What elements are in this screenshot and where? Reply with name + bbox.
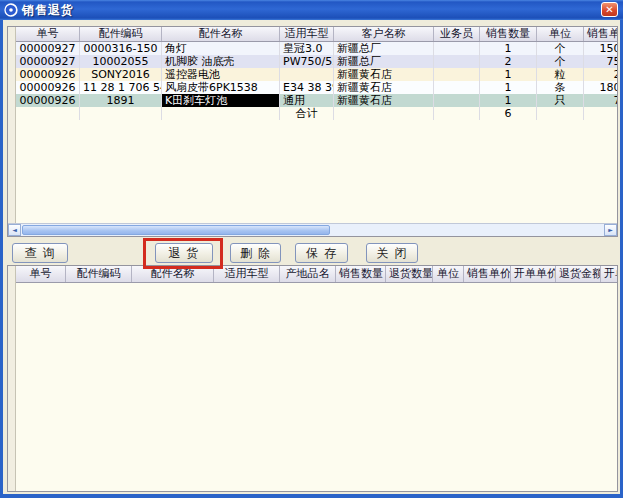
cell-part-name[interactable]: 遥控器电池 <box>162 68 280 81</box>
cell-salesman[interactable] <box>434 42 480 55</box>
return-button[interactable]: 退 货 <box>155 243 213 263</box>
window-title: 销售退货 <box>22 2 74 19</box>
table-row[interactable]: 00000927 0000316-150 角灯 皇冠3.0 新疆总厂 1 个 1… <box>16 42 617 55</box>
cell-part-code[interactable]: 0000316-150 <box>80 42 162 55</box>
scroll-right-icon[interactable]: ► <box>604 224 617 236</box>
table-row[interactable]: 00000926 SONY2016 遥控器电池 新疆黄石店 1 粒 2. <box>16 68 617 81</box>
cell-sales-qty[interactable]: 1 <box>480 68 537 81</box>
cell-part-name[interactable]: 角灯 <box>162 42 280 55</box>
cell-model[interactable]: 通用 <box>280 94 334 107</box>
total-label: 合计 <box>280 107 334 120</box>
col-header-return-qty[interactable]: 退货数量 <box>386 266 433 282</box>
cell-unit[interactable]: 只 <box>537 94 584 107</box>
col-header-sales-qty[interactable]: 销售数量 <box>336 266 386 282</box>
app-icon <box>4 3 18 17</box>
cell-sales-qty[interactable]: 1 <box>480 94 537 107</box>
cell-sales-price[interactable]: 75. <box>584 55 618 68</box>
cell-part-name-selected[interactable]: K田刹车灯泡 <box>162 94 280 107</box>
col-header-sales-price[interactable]: 销售单价 <box>584 27 618 41</box>
cell-sales-price[interactable]: 7. <box>584 94 618 107</box>
cell-customer[interactable]: 新疆黄石店 <box>334 81 434 94</box>
close-button[interactable]: ✕ <box>601 2 618 17</box>
col-header-salesman[interactable]: 业务员 <box>434 27 480 41</box>
col-header-origin-product[interactable]: 产地品名 <box>280 266 336 282</box>
cell-order-no[interactable]: 00000926 <box>16 81 80 94</box>
col-header-part-name[interactable]: 配件名称 <box>162 27 280 41</box>
cell-sales-qty[interactable]: 2 <box>480 55 537 68</box>
cell-sales-price[interactable]: 150. <box>584 42 618 55</box>
scroll-left-icon[interactable]: ◄ <box>8 224 21 236</box>
title-bar[interactable]: 销售退货 ✕ <box>0 0 623 20</box>
return-table-header: 单号 配件编码 配件名称 适用车型 产地品名 销售数量 退货数量 单位 销售单价… <box>16 266 617 283</box>
cell-part-code[interactable]: 10002055 <box>80 55 162 68</box>
cell-part-code[interactable]: 1891 <box>80 94 162 107</box>
cell-sales-price[interactable]: 2. <box>584 68 618 81</box>
cell-sales-qty[interactable]: 1 <box>480 42 537 55</box>
cell-part-name[interactable]: 风扇皮带6PK1538 <box>162 81 280 94</box>
col-header-customer[interactable]: 客户名称 <box>334 27 434 41</box>
cell-sales-qty[interactable]: 1 <box>480 81 537 94</box>
delete-button[interactable]: 删 除 <box>230 243 281 263</box>
cell-order-no[interactable]: 00000927 <box>16 42 80 55</box>
col-header-return-amount[interactable]: 退货金额 <box>556 266 601 282</box>
col-header-model[interactable]: 适用车型 <box>280 27 334 41</box>
cell-order-no[interactable]: 00000927 <box>16 55 80 68</box>
cell-model[interactable]: E34 38 39 M3 <box>280 81 334 94</box>
col-header-order-no[interactable]: 单号 <box>16 27 80 41</box>
row-selector-strip <box>8 27 16 224</box>
cell-customer[interactable]: 新疆总厂 <box>334 42 434 55</box>
col-header-part-code[interactable]: 配件编码 <box>66 266 132 282</box>
sales-table-header: 单号 配件编码 配件名称 适用车型 客户名称 业务员 销售数量 单位 销售单价 <box>16 27 617 42</box>
col-header-unit[interactable]: 单位 <box>433 266 464 282</box>
total-sales-qty: 6 <box>480 107 537 120</box>
col-header-sales-price[interactable]: 销售单价 <box>464 266 511 282</box>
sales-table: 单号 配件编码 配件名称 适用车型 客户名称 业务员 销售数量 单位 销售单价 … <box>7 26 618 237</box>
query-button[interactable]: 查 询 <box>12 243 68 263</box>
total-row: 合计 6 <box>16 107 617 120</box>
scrollbar-thumb[interactable] <box>22 225 330 235</box>
return-table: 单号 配件编码 配件名称 适用车型 产地品名 销售数量 退货数量 单位 销售单价… <box>7 265 618 492</box>
save-button[interactable]: 保 存 <box>295 243 348 263</box>
cell-model[interactable] <box>280 68 334 81</box>
col-header-part-code[interactable]: 配件编码 <box>80 27 162 41</box>
cell-customer[interactable]: 新疆黄石店 <box>334 94 434 107</box>
col-header-unit[interactable]: 单位 <box>537 27 584 41</box>
row-selector-strip <box>8 266 16 491</box>
cell-unit[interactable]: 个 <box>537 55 584 68</box>
col-header-billing-amount[interactable]: 开单金额 <box>601 266 618 282</box>
cell-order-no[interactable]: 00000926 <box>16 94 80 107</box>
close-icon: ✕ <box>605 4 613 15</box>
cell-customer[interactable]: 新疆黄石店 <box>334 68 434 81</box>
cell-model[interactable]: PW750/550 <box>280 55 334 68</box>
cell-model[interactable]: 皇冠3.0 <box>280 42 334 55</box>
cell-salesman[interactable] <box>434 55 480 68</box>
cell-part-name[interactable]: 机脚胶 油底壳 <box>162 55 280 68</box>
table-row-selected[interactable]: 00000926 1891 K田刹车灯泡 通用 新疆黄石店 1 只 7. <box>16 94 617 107</box>
table-row[interactable]: 00000927 10002055 机脚胶 油底壳 PW750/550 新疆总厂… <box>16 55 617 68</box>
cell-part-code[interactable]: SONY2016 <box>80 68 162 81</box>
cell-salesman[interactable] <box>434 81 480 94</box>
cell-customer[interactable]: 新疆总厂 <box>334 55 434 68</box>
col-header-billing-price[interactable]: 开单单价 <box>511 266 556 282</box>
app-window: 销售退货 ✕ 单号 配件编码 配件名称 适用车型 客户名称 业务员 销售数量 单… <box>0 0 623 498</box>
cell-unit[interactable]: 粒 <box>537 68 584 81</box>
table-row[interactable]: 00000926 11 28 1 706 545 风扇皮带6PK1538 E34… <box>16 81 617 94</box>
col-header-order-no[interactable]: 单号 <box>16 266 66 282</box>
cell-salesman[interactable] <box>434 68 480 81</box>
cell-sales-price[interactable]: 180. <box>584 81 618 94</box>
col-header-part-name[interactable]: 配件名称 <box>132 266 214 282</box>
cell-order-no[interactable]: 00000926 <box>16 68 80 81</box>
close-window-button[interactable]: 关 闭 <box>366 243 418 263</box>
cell-salesman[interactable] <box>434 94 480 107</box>
cell-unit[interactable]: 个 <box>537 42 584 55</box>
col-header-model[interactable]: 适用车型 <box>214 266 280 282</box>
horizontal-scrollbar[interactable]: ◄ ► <box>8 223 617 236</box>
col-header-sales-qty[interactable]: 销售数量 <box>480 27 537 41</box>
cell-unit[interactable]: 条 <box>537 81 584 94</box>
cell-part-code[interactable]: 11 28 1 706 545 <box>80 81 162 94</box>
